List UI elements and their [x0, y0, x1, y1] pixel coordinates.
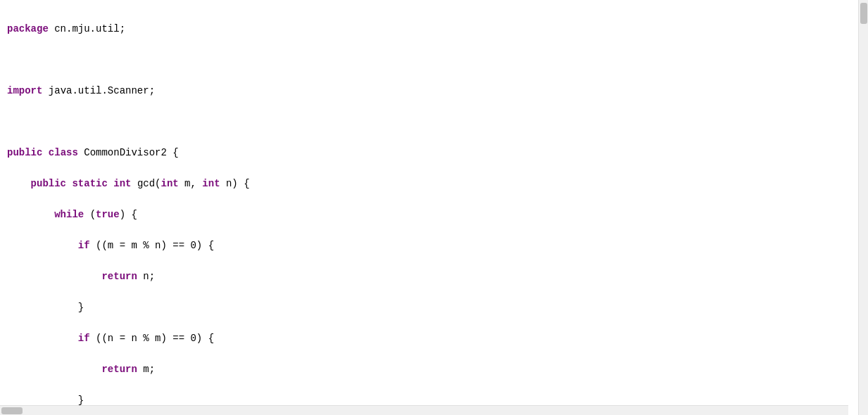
- line-13: }: [7, 395, 84, 406]
- line-11: if ((n = n % m) == 0) {: [7, 333, 214, 344]
- line-1: package cn.mju.util;: [7, 23, 125, 34]
- horizontal-scrollbar-thumb[interactable]: [1, 407, 23, 414]
- horizontal-scrollbar[interactable]: [0, 405, 848, 415]
- line-12: return m;: [7, 364, 155, 375]
- vertical-scrollbar-thumb[interactable]: [860, 3, 867, 24]
- line-7: while (true) {: [7, 209, 137, 220]
- vertical-scrollbar[interactable]: [858, 0, 868, 415]
- editor-container: package cn.mju.util; import java.util.Sc…: [0, 0, 868, 415]
- line-9: return n;: [7, 271, 155, 282]
- line-10: }: [7, 302, 84, 313]
- line-3: import java.util.Scanner;: [7, 85, 155, 96]
- line-8: if ((m = m % n) == 0) {: [7, 240, 214, 251]
- code-content: package cn.mju.util; import java.util.Sc…: [0, 0, 858, 415]
- line-5: public class CommonDivisor2 {: [7, 147, 179, 158]
- line-6: public static int gcd(int m, int n) {: [7, 178, 250, 189]
- code-area[interactable]: package cn.mju.util; import java.util.Sc…: [0, 0, 858, 415]
